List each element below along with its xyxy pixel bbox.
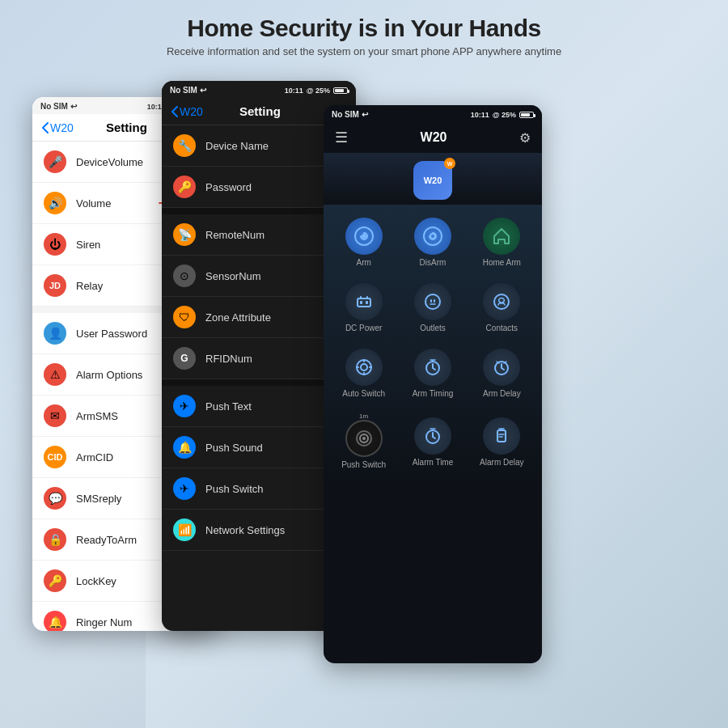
svg-rect-8 (430, 299, 432, 303)
arm-icon (345, 218, 383, 255)
action-cell-armdelay[interactable]: Arm Delay (470, 342, 534, 403)
dcpower-icon (345, 283, 383, 320)
remote-icon: 📡 (173, 223, 196, 246)
phone3-signal: @ 25% (493, 111, 516, 119)
hamburger-icon[interactable]: ☰ (335, 129, 348, 146)
devname-icon: 🔧 (173, 134, 196, 157)
device-badge-area: W20 W (324, 153, 542, 205)
timing-badge: 1m (359, 413, 368, 420)
pushswitch2-label: Push Switch (341, 460, 386, 469)
pushsound-icon: 🔔 (173, 436, 196, 459)
phone2-battery (333, 87, 348, 94)
phone3-home-header: ☰ W20 ⚙ (324, 122, 542, 153)
phone2-back-button[interactable]: W20 (171, 105, 203, 118)
ready-icon: 🔒 (44, 528, 66, 551)
arm-label: Arm (356, 258, 370, 267)
action-grid: Arm DisArm (332, 211, 534, 474)
phone2-time: 10:11 (285, 87, 303, 95)
alarmtime-icon (414, 417, 451, 455)
pushtext-icon: ✈ (173, 395, 196, 417)
user-icon: 👤 (44, 322, 66, 345)
svg-point-7 (425, 294, 440, 309)
phone2-right-status: 10:11 @ 25% (285, 87, 348, 95)
svg-rect-6 (366, 301, 368, 304)
ringer-icon: 🔔 (44, 611, 66, 631)
dcpower-label: DC Power (345, 324, 383, 332)
phone2-back-label: W20 (180, 105, 203, 118)
action-cell-dcpower[interactable]: DC Power (332, 277, 396, 337)
action-cell-contacts[interactable]: Contacts (470, 277, 534, 337)
phone1-back-button[interactable]: W20 (42, 121, 74, 134)
rfid-icon: G (173, 347, 196, 370)
action-grid-bg: Arm DisArm (324, 205, 542, 482)
action-cell-homearm[interactable]: Home Arm (470, 211, 534, 272)
zone-icon: 🛡 (173, 306, 196, 328)
phone1-sim: No SIM ↩ (40, 102, 77, 111)
phone3-right-status: 10:11 @ 25% (471, 111, 534, 119)
homearm-label: Home Arm (483, 258, 521, 267)
phone3-device-title: W20 (421, 130, 447, 145)
contacts-icon (483, 283, 520, 320)
vol-icon: 🔊 (44, 192, 66, 214)
armdelay-icon (483, 349, 520, 386)
password-icon: 🔑 (173, 176, 196, 198)
alarmdelay-label: Alarm Delay (480, 458, 523, 467)
phone3-battery (519, 112, 534, 118)
action-cell-armtiming[interactable]: Arm Timing (400, 342, 464, 403)
homearm-icon (483, 218, 520, 255)
phone3-status-bar: No SIM ↩ 10:11 @ 25% (324, 105, 542, 122)
armsms-icon: ✉ (44, 404, 66, 427)
outlets-icon (414, 283, 451, 320)
alarmtime-label: Alarm Time (413, 458, 454, 467)
action-cell-disarm[interactable]: DisArm (400, 211, 464, 272)
device-badge: W20 W (413, 161, 452, 200)
action-cell-alarmtime[interactable]: Alarm Time (400, 408, 464, 474)
armcid-icon: CID (44, 446, 66, 468)
phone-3: No SIM ↩ 10:11 @ 25% ☰ W20 ⚙ W20 W (324, 105, 542, 663)
pushswitch2-icon (345, 420, 383, 457)
phone3-time: 10:11 (471, 111, 489, 119)
alarmdelay-icon (483, 417, 520, 455)
action-cell-alarmdelay[interactable]: Alarm Delay (470, 408, 534, 474)
mic-icon: 🎤 (44, 150, 66, 173)
svg-point-17 (362, 437, 366, 440)
smsreply-icon: 💬 (44, 487, 66, 510)
network-icon: 📶 (173, 518, 196, 541)
armtiming-label: Arm Timing (413, 389, 454, 398)
phone2-title: Setting (203, 104, 317, 118)
pushswitch-icon: ✈ (173, 477, 196, 500)
svg-point-1 (362, 234, 366, 239)
relay-icon: JD (44, 274, 66, 297)
autoswitch-label: Auto Switch (342, 389, 385, 398)
armtiming-icon (414, 349, 451, 386)
disarm-label: DisArm (420, 258, 447, 267)
phone3-sim: No SIM ↩ (332, 110, 368, 119)
menu-item-label: Volume (76, 197, 149, 210)
disarm-icon (414, 218, 451, 255)
action-cell-outlets[interactable]: Outlets (400, 277, 464, 337)
outlets-label: Outlets (420, 324, 446, 332)
phones-container: No SIM ↩ 10:11 @ 26% W20 Setting 🎤 Devic… (32, 81, 696, 704)
action-cell-autoswitch[interactable]: Auto Switch (332, 342, 396, 403)
settings-icon[interactable]: ⚙ (519, 130, 531, 146)
action-cell-pushswitch[interactable]: 1m Push Switch (332, 408, 396, 474)
page-subtitle: Receive information and set the system o… (0, 45, 728, 57)
autoswitch-icon (345, 349, 383, 386)
action-cell-arm[interactable]: Arm (332, 211, 396, 272)
alarm-icon: ⚠ (44, 363, 66, 386)
phone1-back-label: W20 (50, 121, 74, 134)
svg-point-3 (430, 234, 435, 239)
svg-point-2 (424, 227, 442, 245)
svg-rect-4 (358, 298, 370, 307)
wifi-indicator: W (444, 158, 455, 169)
siren-icon: ⏻ (44, 233, 66, 256)
svg-rect-9 (434, 299, 435, 303)
svg-rect-19 (497, 430, 506, 442)
sensor-icon: ⊙ (173, 265, 196, 287)
lockkey-icon: 🔑 (44, 569, 66, 592)
svg-point-12 (361, 364, 367, 370)
svg-point-10 (494, 294, 509, 309)
phone2-status-bar: No SIM ↩ 10:11 @ 25% (162, 81, 356, 98)
svg-rect-5 (360, 301, 362, 304)
phone2-signal: @ 25% (307, 87, 330, 95)
